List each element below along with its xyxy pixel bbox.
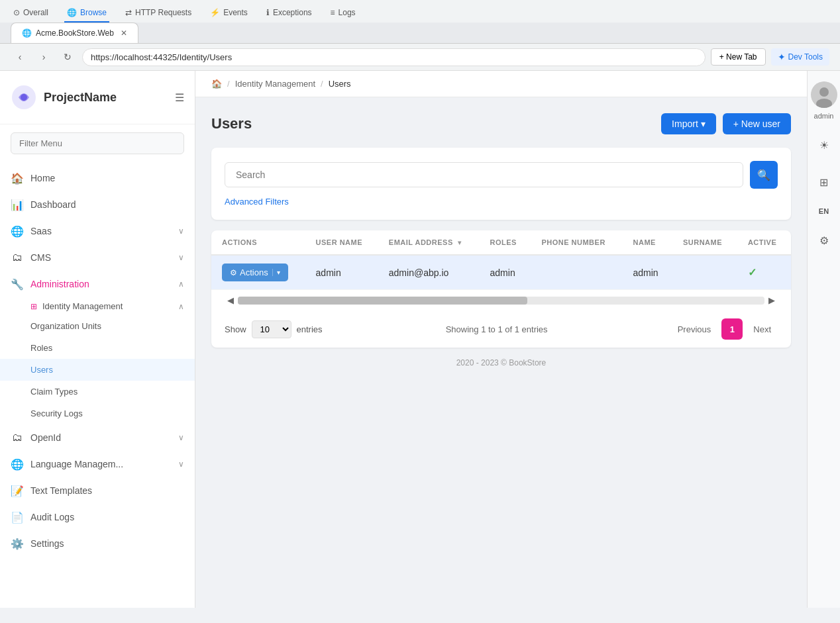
row-email-cell: admin@abp.io — [378, 255, 480, 290]
admin-profile: admin — [811, 81, 837, 120]
breadcrumb-current: Users — [329, 79, 351, 89]
home-icon: 🏠 — [11, 171, 24, 185]
breadcrumb-sep-2: / — [321, 79, 323, 89]
table-row: ⚙ Actions ▾ admin admin@abp.io — [211, 255, 791, 290]
breadcrumb-home-icon[interactable]: 🏠 — [211, 79, 222, 89]
layout-icon: ⊞ — [819, 176, 828, 189]
language-selector[interactable]: EN — [819, 207, 829, 215]
actions-dropdown-icon: ▾ — [272, 269, 280, 276]
admin-avatar[interactable] — [811, 81, 837, 108]
sidebar-item-text-templates[interactable]: 📝 Text Templates — [0, 477, 195, 504]
layout-button[interactable]: ⊞ — [812, 170, 836, 194]
avatar-image — [811, 81, 837, 108]
filter-menu-input[interactable] — [11, 132, 184, 154]
sidebar-item-audit-logs[interactable]: 📄 Audit Logs — [0, 504, 195, 530]
next-page-button[interactable]: Next — [747, 321, 778, 338]
entries-select[interactable]: 10 25 50 100 — [252, 320, 291, 338]
audit-logs-icon: 📄 — [11, 510, 24, 524]
current-page-number[interactable]: 1 — [721, 318, 743, 340]
sidebar-item-roles[interactable]: Roles — [0, 337, 195, 359]
tab-browse[interactable]: 🌐 Browse — [64, 4, 109, 23]
breadcrumb-identity-management[interactable]: Identity Management — [235, 79, 315, 89]
col-email[interactable]: EMAIL ADDRESS ▾ — [378, 230, 480, 255]
row-username-cell: admin — [305, 255, 378, 290]
sidebar-item-openid[interactable]: 🗂 OpenId ∨ — [0, 424, 195, 451]
breadcrumb-sep-1: / — [227, 79, 230, 89]
cms-icon: 🗂 — [11, 251, 24, 264]
search-input[interactable] — [225, 162, 743, 187]
right-sidebar: admin ☀ ⊞ EN ⚙ — [807, 71, 840, 608]
col-surname: SURNAME — [672, 230, 737, 255]
col-name: NAME — [623, 230, 672, 255]
page-title: Users — [211, 115, 252, 132]
settings-icon: ⚙️ — [11, 537, 24, 550]
identity-management-group[interactable]: ⊞ Identity Management ∧ — [0, 297, 195, 315]
devtools-button[interactable]: ✦ Dev Tools — [771, 48, 829, 66]
sidebar-item-settings[interactable]: ⚙️ Settings — [0, 530, 195, 557]
page-body: Users Import ▾ + New user 🔍 — [195, 97, 807, 608]
table-footer: Show 10 25 50 100 entries Showing 1 to 1… — [211, 311, 791, 348]
tab-overall[interactable]: ⊙ Overall — [11, 4, 51, 23]
back-button[interactable]: ‹ — [11, 48, 29, 66]
horizontal-scrollbar[interactable] — [238, 297, 764, 305]
svg-point-1 — [21, 94, 27, 101]
sun-icon: ☀ — [819, 139, 829, 152]
menu-toggle-icon[interactable]: ☰ — [175, 91, 184, 104]
main-nav: 🏠 Home 📊 Dashboard 🌐 Saas ∨ 🗂 CMS ∨ 🔧 Ad… — [0, 162, 195, 559]
search-button[interactable]: 🔍 — [750, 161, 778, 189]
sidebar-item-saas[interactable]: 🌐 Saas ∨ — [0, 218, 195, 244]
cms-arrow-icon: ∨ — [178, 253, 184, 262]
advanced-filters-link[interactable]: Advanced Filters — [225, 197, 289, 207]
scroll-right-icon[interactable]: ▶ — [768, 295, 775, 305]
tab-exceptions[interactable]: ℹ Exceptions — [264, 4, 315, 23]
sidebar-item-claim-types[interactable]: Claim Types — [0, 381, 195, 403]
sidebar-item-users[interactable]: Users — [0, 359, 195, 381]
search-row: 🔍 — [225, 161, 778, 189]
scroll-left-icon[interactable]: ◀ — [227, 295, 234, 305]
theme-toggle-button[interactable]: ☀ — [812, 133, 836, 157]
settings-button[interactable]: ⚙ — [812, 228, 836, 252]
sidebar-item-language-mgmt[interactable]: 🌐 Language Managem... ∨ — [0, 451, 195, 477]
sidebar-item-home[interactable]: 🏠 Home — [0, 165, 195, 191]
forward-button[interactable]: › — [34, 48, 53, 66]
sidebar-item-dashboard[interactable]: 📊 Dashboard — [0, 191, 195, 218]
entries-info: Showing 1 to 1 of 1 entries — [446, 324, 548, 334]
page-actions: Import ▾ + New user — [661, 113, 791, 134]
address-bar[interactable] — [82, 48, 706, 66]
import-button[interactable]: Import ▾ — [661, 113, 716, 134]
row-active-cell: ✓ — [737, 255, 791, 290]
col-roles: ROLES — [480, 230, 531, 255]
tab-events[interactable]: ⚡ Events — [207, 4, 250, 23]
table-header-row: ACTIONS USER NAME EMAIL ADDRESS ▾ ROLES … — [211, 230, 791, 255]
events-icon: ⚡ — [210, 8, 220, 17]
identity-management-icon: ⊞ — [30, 302, 37, 311]
new-user-button[interactable]: + New user — [723, 113, 791, 134]
tab-logs[interactable]: ≡ Logs — [328, 4, 358, 23]
sidebar-item-security-logs[interactable]: Security Logs — [0, 403, 195, 424]
col-active: ACTIVE — [737, 230, 791, 255]
tab-close-button[interactable]: ✕ — [121, 28, 127, 38]
identity-management-arrow-icon: ∧ — [178, 302, 184, 311]
administration-arrow-icon: ∧ — [178, 279, 184, 289]
import-dropdown-icon: ▾ — [701, 119, 706, 129]
actions-button[interactable]: ⚙ Actions ▾ — [222, 264, 288, 281]
sidebar-item-cms[interactable]: 🗂 CMS ∨ — [0, 244, 195, 271]
col-username: USER NAME — [305, 230, 378, 255]
previous-page-button[interactable]: Previous — [671, 321, 718, 338]
tab-http[interactable]: ⇄ HTTP Requests — [123, 4, 194, 23]
brand-name-label: ProjectName — [44, 91, 117, 105]
saas-icon: 🌐 — [11, 224, 24, 238]
exceptions-icon: ℹ — [266, 8, 270, 17]
language-arrow-icon: ∨ — [178, 459, 184, 469]
browser-page-tab[interactable]: 🌐 Acme.BookStore.Web ✕ — [11, 23, 138, 43]
row-surname-cell — [672, 255, 737, 290]
sidebar-brand: ProjectName ☰ — [0, 71, 195, 124]
brand-logo: ProjectName — [11, 84, 117, 111]
scroll-container: ◀ ▶ — [211, 290, 791, 311]
new-tab-button[interactable]: + New Tab — [711, 48, 766, 66]
sidebar-item-org-units[interactable]: Organization Units — [0, 315, 195, 337]
sidebar-item-administration[interactable]: 🔧 Administration ∧ — [0, 271, 195, 297]
actions-gear-icon: ⚙ — [230, 268, 237, 277]
browse-icon: 🌐 — [67, 8, 77, 17]
reload-button[interactable]: ↻ — [58, 48, 77, 66]
